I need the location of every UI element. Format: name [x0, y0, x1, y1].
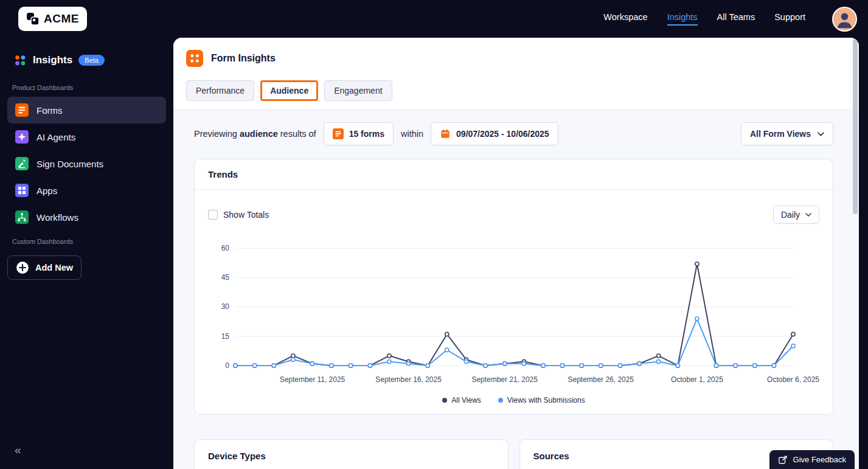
feedback-label: Give Feedback — [793, 455, 846, 464]
nav-support[interactable]: Support — [774, 12, 805, 26]
legend-views-with-submissions: Views with Submissions — [498, 396, 585, 405]
bottom-cards-row: Device Types Sources — [194, 439, 833, 469]
legend-dot-all-views — [442, 398, 447, 403]
sidebar: Insights Beta Product Dashboards Forms A… — [0, 38, 173, 469]
filter-label: Previewing audience results of — [194, 129, 316, 139]
user-icon — [833, 8, 856, 30]
sidebar-collapse-icon[interactable]: « — [15, 443, 21, 457]
forms-icon — [333, 128, 344, 139]
feedback-icon — [778, 455, 788, 465]
trends-card: Trends Show Totals Daily 015304560Septem… — [194, 159, 833, 415]
within-label: within — [401, 129, 423, 139]
top-nav: Workspace Insights All Teams Support — [603, 7, 857, 32]
section-label-custom-dashboards: Custom Dashboards — [0, 231, 173, 251]
forms-filter-button[interactable]: 15 forms — [324, 122, 394, 145]
form-insights-icon — [186, 50, 203, 67]
svg-text:September 26, 2025: September 26, 2025 — [568, 375, 634, 384]
section-label-product-dashboards: Product Dashboards — [0, 77, 173, 97]
add-new-label: Add New — [35, 263, 73, 273]
sidebar-header: Insights Beta — [0, 38, 173, 77]
sidebar-item-label: AI Agents — [36, 132, 75, 142]
chart-legend: All Views Views with Submissions — [208, 396, 819, 405]
sidebar-item-sign-documents[interactable]: Sign Documents — [7, 150, 166, 177]
forms-icon — [15, 103, 29, 117]
show-totals-checkbox[interactable] — [208, 210, 218, 220]
page-title: Form Insights — [211, 53, 276, 64]
trends-title: Trends — [195, 159, 833, 190]
form-views-dropdown[interactable]: All Form Views — [741, 122, 833, 145]
acme-logo-icon — [26, 12, 40, 26]
svg-text:30: 30 — [221, 303, 230, 311]
add-new-button[interactable]: Add New — [7, 255, 82, 280]
show-totals-toggle[interactable]: Show Totals — [208, 210, 269, 220]
svg-text:October 1, 2025: October 1, 2025 — [671, 375, 723, 384]
avatar[interactable] — [832, 7, 857, 32]
main-header: Form Insights Performance Audience Engag… — [173, 38, 859, 109]
device-types-title: Device Types — [195, 440, 508, 469]
nav-workspace[interactable]: Workspace — [603, 12, 647, 26]
tab-bar: Performance Audience Engagement — [186, 80, 846, 109]
date-range-label: 09/07/2025 - 10/06/2025 — [456, 129, 549, 139]
granularity-label: Daily — [781, 210, 800, 220]
svg-text:September 16, 2025: September 16, 2025 — [375, 375, 442, 384]
beta-badge: Beta — [78, 55, 105, 66]
tab-performance[interactable]: Performance — [186, 80, 254, 101]
svg-text:October 6, 2025: October 6, 2025 — [767, 375, 819, 384]
sidebar-item-workflows[interactable]: Workflows — [7, 204, 166, 231]
insights-logo-icon — [13, 54, 27, 67]
sidebar-item-ai-agents[interactable]: AI Agents — [7, 123, 166, 150]
form-views-label: All Form Views — [750, 129, 811, 139]
scrollbar-thumb[interactable] — [853, 39, 858, 214]
apps-icon — [15, 184, 29, 197]
svg-text:September 21, 2025: September 21, 2025 — [471, 375, 538, 384]
granularity-dropdown[interactable]: Daily — [773, 206, 819, 224]
sidebar-title: Insights — [33, 54, 72, 66]
sidebar-item-label: Sign Documents — [36, 159, 103, 169]
give-feedback-button[interactable]: Give Feedback — [769, 450, 855, 469]
svg-text:45: 45 — [221, 273, 230, 282]
main-panel: Form Insights Performance Audience Engag… — [173, 38, 859, 469]
logo-text: ACME — [44, 12, 79, 26]
sidebar-item-label: Forms — [36, 105, 63, 116]
show-totals-label: Show Totals — [223, 210, 269, 220]
nav-all-teams[interactable]: All Teams — [717, 12, 755, 26]
tab-engagement[interactable]: Engagement — [324, 80, 392, 101]
svg-text:0: 0 — [225, 361, 229, 370]
filter-row: Previewing audience results of 15 forms … — [194, 122, 833, 145]
sidebar-item-label: Workflows — [36, 212, 78, 223]
legend-all-views: All Views — [442, 396, 481, 405]
content-area: Previewing audience results of 15 forms … — [173, 110, 859, 469]
svg-text:September 11, 2025: September 11, 2025 — [280, 375, 345, 384]
trends-line-chart: 015304560September 11, 2025September 16,… — [208, 238, 819, 387]
device-types-card: Device Types — [194, 439, 509, 469]
chevron-down-icon — [805, 213, 811, 217]
legend-dot-views-with-submissions — [498, 398, 503, 403]
chevron-down-icon — [818, 132, 824, 136]
date-range-button[interactable]: 09/07/2025 - 10/06/2025 — [431, 122, 558, 145]
acme-logo[interactable]: ACME — [18, 7, 87, 31]
svg-text:15: 15 — [221, 332, 230, 341]
nav-insights[interactable]: Insights — [667, 12, 698, 26]
calendar-icon — [440, 128, 451, 139]
sidebar-item-forms[interactable]: Forms — [7, 97, 166, 123]
plus-circle-icon — [16, 261, 29, 274]
tab-audience[interactable]: Audience — [260, 80, 318, 101]
sign-documents-icon — [15, 157, 29, 170]
forms-filter-label: 15 forms — [349, 129, 384, 139]
ai-agents-icon — [15, 130, 29, 144]
top-bar: ACME Workspace Insights All Teams Suppor… — [0, 0, 868, 38]
workflows-icon — [15, 210, 29, 224]
sidebar-item-label: Apps — [36, 186, 57, 196]
sidebar-item-apps[interactable]: Apps — [7, 177, 166, 204]
svg-text:60: 60 — [221, 244, 230, 252]
